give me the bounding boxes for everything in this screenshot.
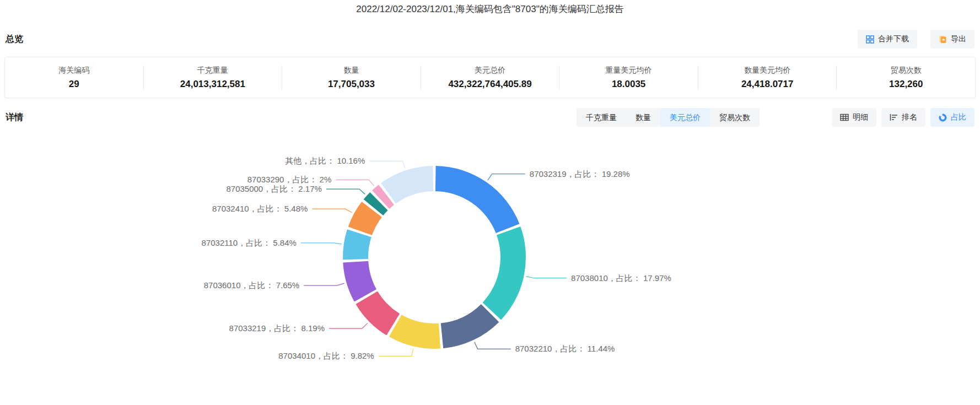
view-tab-table[interactable]: 明细 — [832, 108, 876, 127]
merge-download-icon — [866, 35, 874, 44]
stat-column: 重量美元均价 18.0035 — [559, 66, 698, 90]
overview-section-label: 总览 — [6, 34, 23, 45]
donut-icon — [939, 114, 947, 122]
overview-header: 总览 合并下载 导出 — [6, 29, 974, 50]
stat-column: 美元总价 432,322,764,405.89 — [421, 66, 559, 90]
ranking-icon — [890, 114, 898, 121]
stat-value: 29 — [69, 79, 79, 90]
label-leader-line — [369, 161, 405, 168]
stat-value: 132,260 — [889, 79, 923, 90]
stat-column: 数量美元均价 24,418.0717 — [698, 66, 837, 90]
stat-label: 数量美元均价 — [744, 66, 790, 75]
pie-label: 87032110，占比： 5.84% — [202, 238, 297, 247]
metric-tab-group: 千克重量数量美元总价贸易次数 — [577, 108, 760, 127]
label-leader-line — [475, 342, 511, 349]
stat-label: 海关编码 — [58, 66, 89, 75]
view-tab-label: 排名 — [902, 112, 917, 122]
detail-header: 详情 千克重量数量美元总价贸易次数 明细排名占比 — [6, 108, 974, 128]
label-leader-line — [326, 189, 365, 194]
pie-slice-87032110[interactable] — [343, 229, 371, 260]
view-tab-group: 明细排名占比 — [832, 108, 974, 127]
pie-slice-87034010[interactable] — [389, 315, 440, 349]
stat-value: 24,418.0717 — [741, 79, 794, 90]
pie-label: 87033290，占比： 2% — [247, 175, 332, 184]
pie-label: 87032410，占比： 5.48% — [212, 204, 308, 213]
metric-tab[interactable]: 贸易次数 — [710, 108, 760, 127]
pie-label: 87033219，占比： 8.19% — [229, 323, 325, 333]
label-leader-line — [301, 243, 342, 244]
view-tab-ranking[interactable]: 排名 — [881, 108, 925, 127]
metric-tab[interactable]: 千克重量 — [577, 108, 626, 127]
label-leader-line — [312, 209, 352, 213]
label-leader-line — [336, 180, 374, 186]
pie-label: 87038010，占比： 17.97% — [571, 273, 671, 283]
donut-chart: 87032319，占比： 19.28%87038010，占比： 17.97%87… — [0, 138, 980, 405]
pie-slice-87032210[interactable] — [441, 304, 499, 348]
metric-tab[interactable]: 数量 — [626, 108, 660, 127]
view-tab-label: 占比 — [951, 112, 966, 122]
export-button[interactable]: 导出 — [930, 30, 974, 48]
export-icon — [939, 35, 947, 44]
stat-column: 数量 17,705,033 — [282, 66, 421, 90]
merge-download-label: 合并下载 — [878, 34, 909, 44]
merge-download-button[interactable]: 合并下载 — [858, 30, 917, 48]
label-leader-line — [488, 174, 525, 181]
pie-label: 87032210，占比： 11.44% — [515, 344, 615, 353]
stat-label: 千克重量 — [197, 66, 228, 75]
stat-value: 24,013,312,581 — [180, 79, 245, 90]
pie-label: 其他，占比： 10.16% — [285, 156, 365, 165]
stat-column: 贸易次数 132,260 — [836, 66, 975, 90]
stat-value: 18.0035 — [612, 79, 645, 90]
label-leader-line — [379, 349, 413, 357]
stat-label: 贸易次数 — [891, 66, 922, 75]
stat-column: 海关编码 29 — [5, 66, 143, 90]
label-leader-line — [526, 277, 567, 278]
report-page: 2022/12/02-2023/12/01,海关编码包含"8703"的海关编码汇… — [0, 0, 980, 405]
overview-actions: 合并下载 导出 — [858, 30, 974, 48]
stat-label: 重量美元均价 — [606, 66, 652, 75]
label-leader-line — [304, 283, 344, 285]
detail-section-label: 详情 — [6, 112, 23, 123]
stat-label: 美元总价 — [475, 66, 505, 75]
pie-slice-87038010[interactable] — [483, 226, 526, 320]
pie-slice-87032319[interactable] — [435, 166, 520, 233]
stat-column: 千克重量 24,013,312,581 — [143, 66, 282, 90]
pie-label: 87036010，占比： 7.65% — [204, 280, 299, 290]
overview-stats-card: 海关编码 29千克重量 24,013,312,581数量 17,705,033美… — [4, 57, 976, 98]
pie-label: 87034010，占比： 9.82% — [278, 351, 374, 360]
metric-tab[interactable]: 美元总价 — [660, 108, 710, 127]
stat-label: 数量 — [343, 66, 359, 75]
stat-value: 432,322,764,405.89 — [448, 79, 531, 90]
table-icon — [840, 114, 849, 121]
label-leader-line — [329, 323, 368, 328]
pie-label: 87035000，占比： 2.17% — [226, 184, 321, 193]
view-tab-donut[interactable]: 占比 — [930, 108, 974, 127]
stat-value: 17,705,033 — [328, 79, 375, 90]
export-label: 导出 — [951, 34, 966, 44]
view-tab-label: 明细 — [853, 112, 868, 122]
page-title: 2022/12/02-2023/12/01,海关编码包含"8703"的海关编码汇… — [0, 3, 980, 15]
pie-label: 87032319，占比： 19.28% — [530, 169, 630, 179]
pie-slice-其他[interactable] — [381, 166, 433, 204]
